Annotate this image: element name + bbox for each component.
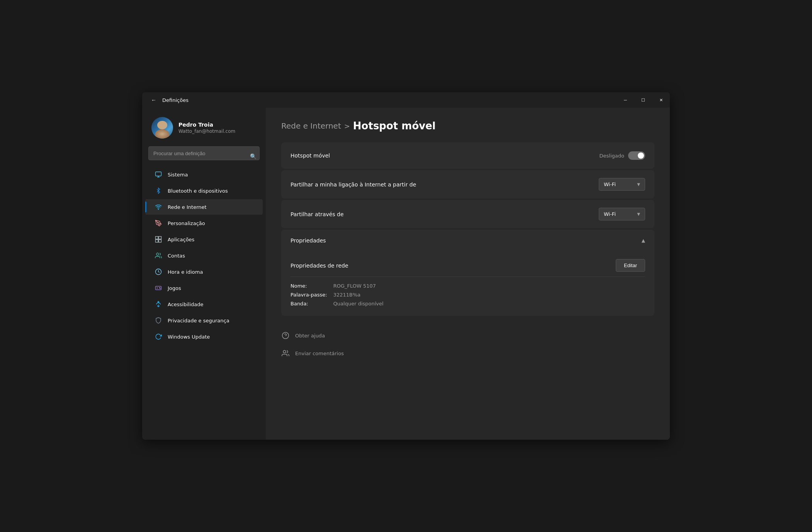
- sidebar-item-label-update: Windows Update: [168, 334, 210, 340]
- accounts-icon: [155, 252, 162, 259]
- search-input[interactable]: [148, 146, 260, 160]
- properties-label: Propriedades: [290, 237, 326, 244]
- apps-icon: [155, 236, 162, 243]
- sidebar-item-jogos[interactable]: Jogos: [145, 280, 263, 296]
- share-from-row: Partilhar a minha ligação à Internet a p…: [281, 170, 654, 198]
- properties-header[interactable]: Propriedades ▲: [281, 230, 654, 251]
- hotspot-toggle[interactable]: [628, 151, 645, 160]
- sidebar-item-sistema[interactable]: Sistema: [145, 167, 263, 182]
- shield-icon: [155, 317, 162, 324]
- properties-card: Propriedades ▲ Propriedades de rede Edit…: [281, 230, 654, 316]
- user-profile[interactable]: Pedro Troia Watto_fan@hotmail.com: [142, 108, 266, 146]
- share-via-card: Partilhar através de Wi-Fi ▼: [281, 200, 654, 228]
- feedback-label: Enviar comentários: [295, 351, 344, 356]
- sidebar-item-label-aplicacoes: Aplicações: [168, 237, 194, 242]
- share-via-label: Partilhar através de: [290, 211, 344, 217]
- properties-body: Propriedades de rede Editar Nome: ROG_FL…: [281, 251, 654, 316]
- clock-icon: [155, 268, 162, 276]
- svg-point-4: [158, 222, 159, 224]
- settings-window: ← Definições ─ ☐ ✕ Pedro Troia Watto_fan…: [142, 92, 670, 440]
- share-from-value: Wi-Fi: [604, 181, 634, 187]
- close-button[interactable]: ✕: [652, 92, 670, 108]
- sidebar-item-label-jogos: Jogos: [168, 285, 181, 291]
- hotspot-label: Hotspot móvel: [290, 152, 330, 159]
- sidebar-item-label-privacidade: Privacidade e segurança: [168, 318, 229, 324]
- back-button[interactable]: ←: [148, 95, 159, 105]
- hotspot-status: Desligado: [600, 153, 624, 159]
- sidebar-item-label-acessibilidade: Acessibilidade: [168, 302, 204, 307]
- sidebar-item-label-personalizacao: Personalização: [168, 220, 205, 226]
- sidebar-item-acessibilidade[interactable]: Acessibilidade: [145, 296, 263, 312]
- share-via-value: Wi-Fi: [604, 211, 634, 217]
- update-icon: [155, 333, 162, 341]
- main-layout: Pedro Troia Watto_fan@hotmail.com 🔍 Sist…: [142, 108, 670, 440]
- sidebar-item-rede[interactable]: Rede e Internet: [145, 199, 263, 215]
- chevron-up-icon: ▲: [642, 238, 645, 243]
- share-from-card: Partilhar a minha ligação à Internet a p…: [281, 170, 654, 198]
- titlebar-title: Definições: [162, 97, 189, 103]
- sidebar-item-hora[interactable]: Hora e idioma: [145, 264, 263, 280]
- user-name: Pedro Troia: [178, 122, 235, 128]
- svg-point-9: [156, 253, 159, 255]
- gaming-icon: [155, 284, 162, 292]
- search-icon[interactable]: 🔍: [250, 153, 257, 159]
- banda-key: Banda:: [290, 301, 327, 307]
- help-link[interactable]: Obter ajuda: [281, 327, 654, 344]
- network-props-row: Propriedades de rede Editar: [290, 254, 645, 277]
- banda-val: Qualquer disponível: [333, 301, 645, 307]
- sidebar-item-privacidade[interactable]: Privacidade e segurança: [145, 313, 263, 328]
- bluetooth-icon: [155, 187, 162, 195]
- svg-point-16: [158, 302, 159, 303]
- pass-val: 32211B%a: [333, 292, 645, 298]
- sidebar-item-label-rede: Rede e Internet: [168, 204, 207, 210]
- accessibility-icon: [155, 300, 162, 308]
- sidebar-item-contas[interactable]: Contas: [145, 248, 263, 263]
- svg-point-3: [158, 209, 159, 210]
- monitor-icon: [155, 171, 162, 178]
- svg-point-19: [283, 351, 286, 353]
- hotspot-value: Desligado: [600, 151, 645, 160]
- sidebar: Pedro Troia Watto_fan@hotmail.com 🔍 Sist…: [142, 108, 266, 440]
- svg-rect-6: [159, 237, 161, 239]
- user-info: Pedro Troia Watto_fan@hotmail.com: [178, 122, 235, 134]
- titlebar: ← Definições ─ ☐ ✕: [142, 92, 670, 108]
- svg-rect-7: [156, 240, 158, 242]
- sidebar-item-label-bluetooth: Bluetooth e dispositivos: [168, 188, 228, 194]
- avatar: [151, 117, 173, 139]
- feedback-icon: [281, 349, 290, 357]
- minimize-button[interactable]: ─: [617, 92, 634, 108]
- feedback-link[interactable]: Enviar comentários: [281, 344, 654, 362]
- sidebar-item-bluetooth[interactable]: Bluetooth e dispositivos: [145, 183, 263, 198]
- chevron-down-icon-2: ▼: [637, 212, 640, 216]
- svg-rect-8: [159, 240, 161, 242]
- share-via-dropdown[interactable]: Wi-Fi ▼: [599, 208, 645, 220]
- share-from-dropdown[interactable]: Wi-Fi ▼: [599, 178, 645, 191]
- edit-button[interactable]: Editar: [616, 259, 645, 272]
- hotspot-card: Hotspot móvel Desligado: [281, 142, 654, 169]
- svg-point-15: [160, 288, 161, 289]
- breadcrumb-current: Hotspot móvel: [353, 120, 436, 132]
- sidebar-item-update[interactable]: Windows Update: [145, 329, 263, 344]
- nome-key: Nome:: [290, 283, 327, 289]
- property-grid: Nome: ROG_FLOW 5107 Palavra-passe: 32211…: [290, 283, 645, 307]
- maximize-button[interactable]: ☐: [634, 92, 652, 108]
- sidebar-item-label-contas: Contas: [168, 253, 185, 259]
- search-container: 🔍: [142, 146, 266, 166]
- svg-rect-0: [156, 172, 161, 176]
- help-label: Obter ajuda: [295, 333, 325, 339]
- help-icon: [281, 331, 290, 340]
- svg-point-17: [282, 332, 289, 339]
- sidebar-item-personalizacao[interactable]: Personalização: [145, 215, 263, 231]
- share-from-label: Partilhar a minha ligação à Internet a p…: [290, 181, 416, 188]
- titlebar-controls: ─ ☐ ✕: [617, 92, 670, 108]
- chevron-down-icon: ▼: [637, 182, 640, 186]
- breadcrumb-parent: Rede e Internet: [281, 121, 341, 130]
- sidebar-item-label-sistema: Sistema: [168, 172, 188, 178]
- network-props-label: Propriedades de rede: [290, 263, 348, 269]
- share-via-row: Partilhar através de Wi-Fi ▼: [281, 200, 654, 228]
- svg-rect-5: [156, 237, 158, 239]
- nome-val: ROG_FLOW 5107: [333, 283, 645, 289]
- sidebar-item-aplicacoes[interactable]: Aplicações: [145, 232, 263, 247]
- content-area: Rede e Internet > Hotspot móvel Hotspot …: [266, 108, 670, 440]
- user-email: Watto_fan@hotmail.com: [178, 129, 235, 134]
